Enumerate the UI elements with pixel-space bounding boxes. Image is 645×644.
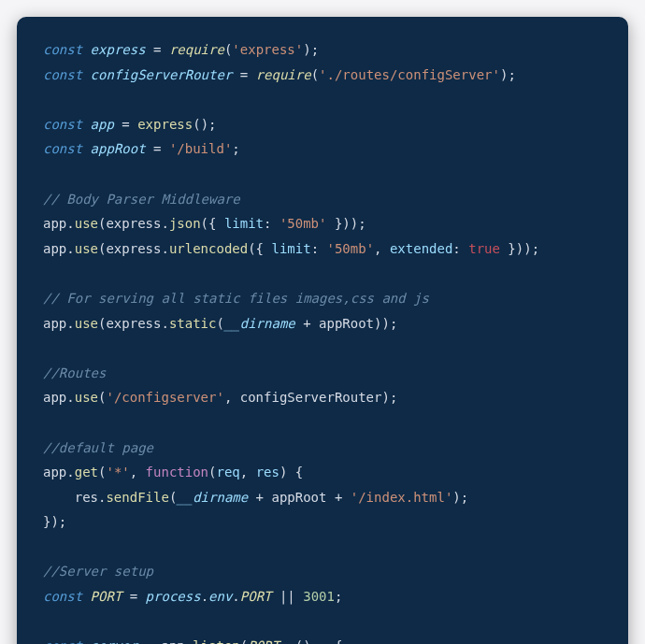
var-PORT: PORT: [91, 589, 122, 604]
comment: //Routes: [43, 365, 106, 380]
code-content: const express = require('express'); cons…: [43, 37, 602, 644]
var-configServerRouter: configServerRouter: [91, 67, 233, 82]
var-app: app: [91, 117, 114, 132]
comment: //default page: [43, 440, 153, 455]
fn-require: require: [169, 42, 224, 57]
var-server: server: [91, 638, 138, 644]
code-block: const express = require('express'); cons…: [17, 17, 628, 644]
comment: //Server setup: [43, 564, 153, 579]
comment: // Body Parser Middleware: [43, 192, 240, 207]
comment: // For serving all static files images,c…: [43, 291, 429, 306]
var-appRoot: appRoot: [91, 141, 146, 156]
var-express: express: [91, 42, 146, 57]
keyword-const: const: [43, 42, 82, 57]
